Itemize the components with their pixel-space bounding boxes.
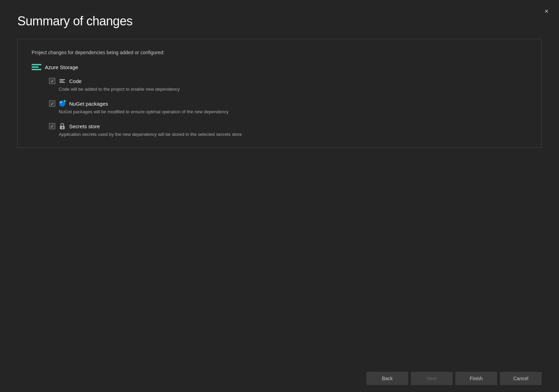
azure-storage-icon [32, 64, 41, 71]
close-button[interactable]: × [541, 6, 552, 17]
code-checkmark: ✓ [50, 79, 54, 83]
nuget-checkmark: ✓ [50, 101, 54, 106]
code-item-header: ✓ Code [49, 77, 527, 84]
secrets-item-header: ✓ Secrets store [49, 123, 527, 130]
lock-keyhole [62, 127, 63, 129]
nuget-label: NuGet packages [69, 101, 108, 107]
azure-storage-label: Azure Storage [45, 64, 78, 70]
code-icon [59, 77, 66, 84]
secrets-checkbox[interactable]: ✓ [49, 123, 55, 129]
project-changes-label: Project changes for dependencies being a… [32, 50, 527, 55]
nuget-item-row: ✓ NuGet packages NuGet packages will be … [49, 100, 527, 114]
summary-dialog: × Summary of changes Project changes for… [0, 0, 559, 392]
nuget-circle-icon [59, 100, 65, 107]
back-button[interactable]: Back [366, 372, 408, 385]
finish-button[interactable]: Finish [455, 372, 497, 385]
code-lines-icon [59, 79, 65, 83]
dialog-title: Summary of changes [17, 14, 542, 28]
secrets-checkmark: ✓ [50, 124, 54, 129]
dialog-body: Project changes for dependencies being a… [0, 39, 559, 365]
items-group: ✓ Code Code will be added to the project… [49, 77, 527, 137]
secrets-description: Application secrets used by the new depe… [59, 132, 527, 137]
nuget-item-header: ✓ NuGet packages [49, 100, 527, 107]
next-button[interactable]: Next [411, 372, 453, 385]
dialog-footer: Back Next Finish Cancel [0, 365, 559, 392]
content-box: Project changes for dependencies being a… [17, 39, 542, 148]
lock-body [60, 126, 65, 129]
cancel-button[interactable]: Cancel [500, 372, 542, 385]
secrets-item-row: ✓ Secrets store Application [49, 123, 527, 137]
secrets-label: Secrets store [69, 123, 100, 129]
code-description: Code will be added to the project to ena… [59, 87, 527, 92]
azure-storage-row: Azure Storage [32, 64, 527, 71]
nuget-icon [59, 100, 66, 107]
dialog-header: Summary of changes [0, 0, 559, 39]
close-icon: × [544, 8, 549, 15]
lock-shackle [60, 123, 64, 126]
code-checkbox[interactable]: ✓ [49, 78, 55, 84]
code-label: Code [69, 78, 82, 84]
nuget-checkbox[interactable]: ✓ [49, 100, 55, 107]
code-item-row: ✓ Code Code will be added to the project… [49, 77, 527, 92]
lock-shape [59, 123, 65, 129]
nuget-dot [63, 100, 66, 103]
lock-icon [59, 123, 66, 130]
nuget-description: NuGet packages will be modified to ensur… [59, 109, 527, 114]
